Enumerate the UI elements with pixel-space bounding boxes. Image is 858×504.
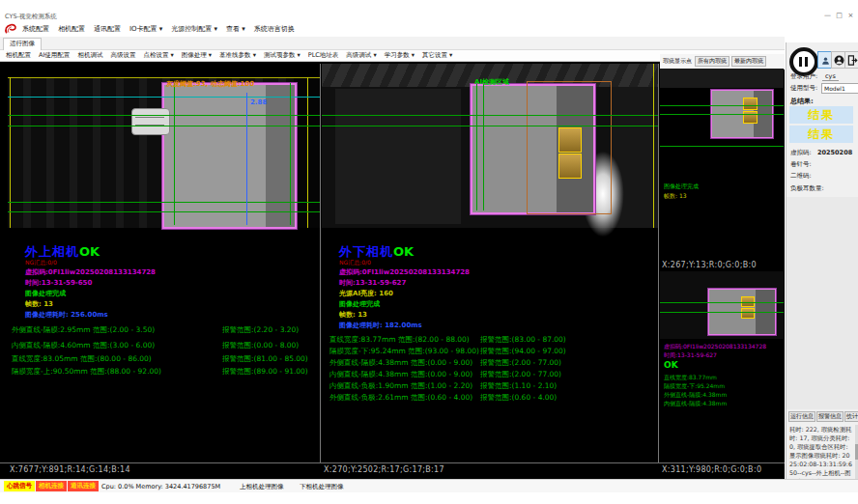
- tool-advanced-settings[interactable]: 高级设置: [110, 51, 135, 60]
- info-tab-bar: 运行信息 报警信息 统计信息: [788, 411, 858, 422]
- measure-vline-blue: [246, 93, 247, 225]
- login-user-label: 登录用户:: [790, 72, 817, 81]
- thumb-result-ok: OK: [664, 360, 678, 370]
- measurement-row: 内侧直线-隔膜:4.38mm 范围:(0.00 - 9.00) 报警范围:(2.…: [329, 370, 561, 379]
- pixel-readout-thumb-top: X:267;Y:13;R:0;G:0;B:0: [662, 261, 757, 269]
- view-separator: [320, 64, 321, 463]
- window-title: CYS-视觉检测系统: [5, 13, 57, 21]
- login-user-value: cys: [822, 72, 839, 81]
- exit-door-icon: [847, 51, 858, 70]
- tab-stats-info[interactable]: 统计信息: [844, 411, 858, 422]
- measure-vline-green-2: [483, 84, 484, 210]
- logout-button[interactable]: [844, 51, 858, 69]
- menu-light-config[interactable]: 光源控制配置 ▾: [171, 24, 217, 34]
- tool-camera-config[interactable]: 相机配置: [6, 51, 31, 60]
- minimize-icon[interactable]: —: [822, 12, 833, 19]
- tool-test-params[interactable]: 测试项参数 ▾: [264, 51, 300, 60]
- comm-link-badge: 通讯连接: [68, 481, 99, 491]
- blue-measure-value: 2.88: [250, 98, 267, 106]
- menu-system-config[interactable]: 系统配置: [22, 24, 49, 34]
- baseline-green-1: [8, 115, 320, 116]
- measurement-text: 直线宽度:83.05mm 范围:(80.00 - 86.00): [12, 354, 222, 364]
- tool-baseline-params[interactable]: 基准线参数 ▾: [219, 51, 256, 60]
- left-camera-view[interactable]: 2.88 灰度阈值:93, 动态阈值:100 外上相机OK NG汇总:0/0 虚…: [8, 64, 320, 462]
- alarm-range-text: 报警范围:(2.20 - 3.20): [222, 325, 299, 335]
- alarm-range-text: 报警范围:(0.60 - 4.00): [480, 393, 557, 403]
- ng-summary: NG汇总:0/0: [25, 259, 57, 267]
- measurement-text: 内侧直线-隔膜:4.38mm 范围:(0.00 - 9.00): [329, 370, 480, 379]
- tab-all-defects[interactable]: 所有内瑕疵: [695, 56, 729, 67]
- thumb-gold-box-2: [741, 308, 755, 319]
- edge-line-yellow-right: [307, 77, 308, 228]
- measurement-text: 直线宽度:83.77mm 范围:(82.00 - 88.00): [329, 335, 480, 345]
- alarm-range-text: 报警范围:(1.10 - 2.10): [480, 381, 557, 391]
- model-value-input[interactable]: Model1: [821, 83, 858, 94]
- camera-result-ok: OK: [393, 244, 414, 259]
- thumbnail-bottom-view[interactable]: 虚拟码:0FI1liw20250208133134728 时间:13-31-59…: [660, 271, 784, 462]
- threshold-label: 灰度阈值:93, 动态阈值:100: [166, 79, 254, 89]
- virtual-code-value: 20250208: [817, 149, 852, 156]
- tool-image-process[interactable]: 图像处理 ▾: [182, 51, 212, 60]
- menu-io-config[interactable]: IO卡配置 ▾: [129, 24, 162, 34]
- status-bar: 心跳信号 相机连接 通讯连接 Cpu: 0.0% Memory: 3424.41…: [0, 479, 858, 492]
- measurement-text: 隔膜宽度-下:95.24mm 范围:(93.00 - 98.00): [329, 347, 480, 356]
- tool-spot-check[interactable]: 点检设置 ▾: [143, 51, 173, 60]
- process-done-text: 图像处理完成: [25, 289, 66, 298]
- thumbnail-top-view[interactable]: 图像处理完成 帧数: 13: [660, 69, 784, 260]
- tool-plc-table[interactable]: PLC地址表: [308, 51, 339, 60]
- pixel-readout-thumb-bottom: X:311;Y:980;R:0;G:0;B:0: [662, 465, 761, 474]
- measurement-text: 隔膜宽度-上:90.50mm 范围:(88.00 - 92.00): [12, 367, 222, 377]
- alarm-range-text: 报警范围:(83.00 - 87.00): [480, 335, 566, 345]
- app-logo-icon: [4, 23, 17, 35]
- page-tab-bar: 运行图像: [0, 37, 785, 50]
- measurement-row: 隔膜宽度-下:95.24mm 范围:(93.00 - 98.00) 报警范围:(…: [329, 347, 566, 356]
- measure-vline-green-1: [174, 83, 175, 225]
- menu-language[interactable]: 系统语言切换: [254, 24, 295, 34]
- measurement-text: 内侧直线-负极:1.90mm 范围:(1.00 - 2.20): [329, 381, 480, 391]
- user-icon: [821, 51, 830, 70]
- camera-name-text: 外上相机: [25, 244, 79, 259]
- maximize-icon[interactable]: □: [834, 12, 844, 19]
- defect-display-header: 瑕疵显示点 所有内瑕疵 最新内瑕疵: [660, 54, 785, 70]
- measure-vline-green-1: [476, 84, 477, 210]
- tool-other-settings[interactable]: 其它设置 ▾: [422, 51, 452, 60]
- tab-alarm-info[interactable]: 报警信息: [816, 411, 844, 422]
- tab-run-image[interactable]: 运行图像: [3, 38, 42, 50]
- alarm-range-text: 报警范围:(2.00 - 77.00): [480, 358, 561, 368]
- thumb-measure-line: 内侧直线-隔膜:4.38mm: [664, 400, 727, 408]
- menu-view[interactable]: 查看 ▾: [226, 24, 245, 34]
- thumb-measure-line: 直线宽度:83.77mm: [664, 374, 717, 382]
- measurement-row: 直线宽度:83.05mm 范围:(80.00 - 86.00) 报警范围:(81…: [12, 354, 308, 364]
- alarm-range-text: 报警范围:(0.00 - 8.00): [222, 341, 299, 350]
- time-text: 时间:13-31-59-650: [25, 278, 92, 288]
- thumb-baseline-1: [660, 302, 784, 303]
- tool-camera-debug[interactable]: 相机调试: [77, 51, 102, 60]
- views-bottom-separator: [0, 462, 785, 463]
- alarm-range-text: 报警范围:(94.00 - 97.00): [480, 347, 566, 356]
- tab-run-info[interactable]: 运行信息: [788, 411, 815, 422]
- barcode-text: 虚拟码:0FI1liw20250208133134728: [339, 267, 470, 277]
- panel-spacer: [786, 197, 858, 409]
- baseline-green-4: [8, 211, 320, 212]
- user-circle-icon: [834, 51, 844, 70]
- baseline-green-1: [322, 115, 658, 116]
- tool-advanced-debug[interactable]: 高级调试 ▾: [346, 51, 376, 60]
- qrcode-label: 二维码:: [790, 172, 812, 181]
- measurement-row: 外侧直线-负极:2.61mm 范围:(0.60 - 4.00) 报警范围:(0.…: [329, 393, 557, 403]
- menu-camera-config[interactable]: 相机配置: [58, 24, 85, 34]
- center-camera-view[interactable]: AI检测区域 外下相机OK NG汇总:0/0 虚拟码:0FI1liw202502…: [322, 64, 658, 462]
- ng-summary: NG汇总:0/0: [339, 259, 371, 267]
- top-boundary-line: [8, 77, 320, 78]
- camera-name-text: 外下相机: [339, 244, 393, 259]
- tool-learning-params[interactable]: 学习参数 ▾: [385, 51, 415, 60]
- tab-latest-defects[interactable]: 最新内瑕疵: [731, 56, 766, 67]
- close-icon[interactable]: ×: [845, 12, 856, 19]
- tab-count-label: 负极耳数量:: [790, 184, 824, 193]
- heartbeat-badge: 心跳信号: [4, 481, 35, 491]
- light-value-text: 光源AI亮度: 160: [339, 289, 393, 298]
- tool-ai-usage[interactable]: AI使用配置: [39, 51, 70, 60]
- tab-gold-box-1: [558, 127, 582, 153]
- menu-comm-config[interactable]: 通讯配置: [94, 24, 121, 34]
- time-text: 时间:13-31-59-627: [339, 278, 406, 288]
- upper-camera-status: 上相机处理图像: [240, 483, 284, 491]
